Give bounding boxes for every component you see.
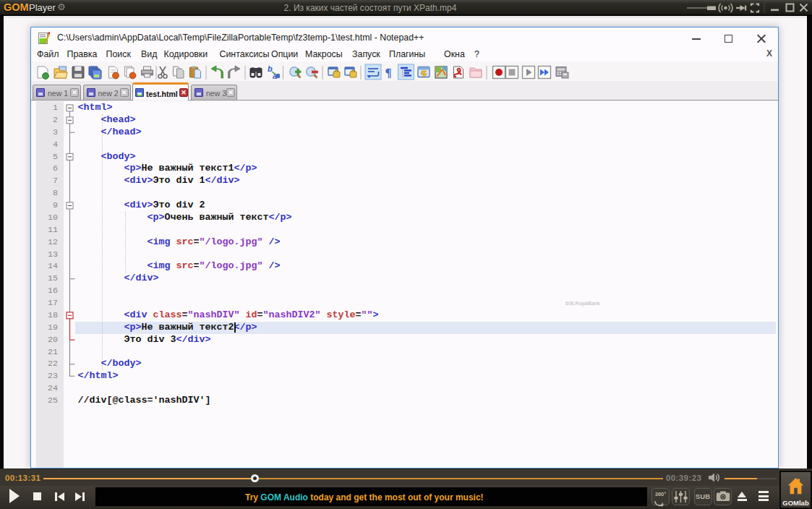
svg-text:¶: ¶ (385, 66, 391, 80)
